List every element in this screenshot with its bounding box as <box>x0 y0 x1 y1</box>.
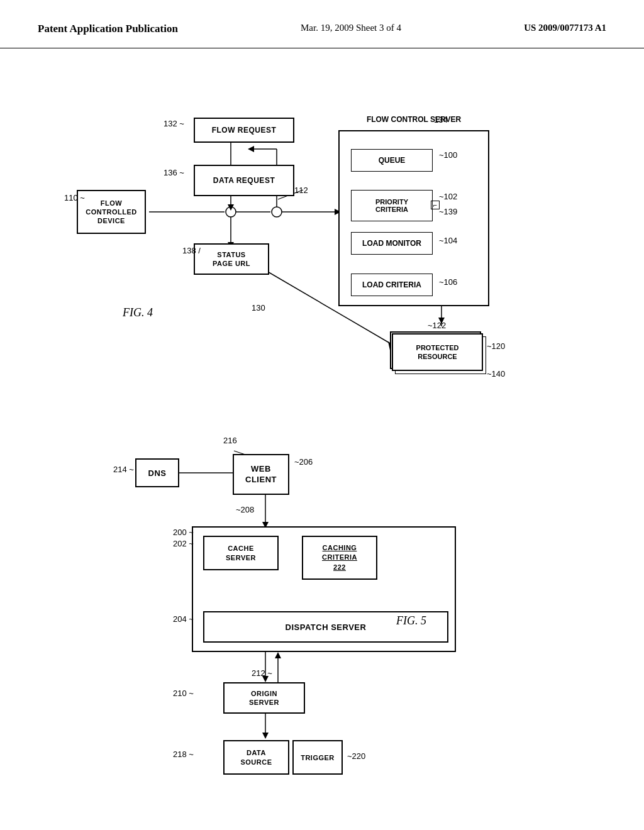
svg-marker-34 <box>262 733 269 739</box>
caching-criteria-box: CACHING CRITERIA 222 <box>302 536 377 580</box>
label-122: ~122 <box>428 321 446 330</box>
label-132: 132 ~ <box>164 119 184 128</box>
label-120: ~120 <box>487 341 505 351</box>
label-134: 134 <box>434 115 448 124</box>
flow-controlled-device-box: FLOW CONTROLLED DEVICE <box>77 190 146 234</box>
status-page-url-box: STATUS PAGE URL <box>194 243 269 275</box>
load-monitor-box: LOAD MONITOR <box>351 232 433 255</box>
trigger-box: TRIGGER <box>292 740 343 775</box>
label5-206: ~206 <box>294 457 313 467</box>
svg-marker-14 <box>248 146 254 152</box>
label-136: 136 ~ <box>164 168 184 177</box>
criteria-indicator: ⌐ <box>431 201 440 209</box>
svg-point-3 <box>272 207 282 217</box>
svg-marker-36 <box>275 652 281 658</box>
label5-214: 214 ~ <box>113 465 134 474</box>
header-patent-number: US 2009/0077173 A1 <box>524 23 606 33</box>
header-publication-title: Patent Application Publication <box>38 23 178 35</box>
svg-marker-9 <box>228 204 234 211</box>
label-110: 110 ~ <box>64 193 85 202</box>
label-112: 112 <box>294 185 308 195</box>
flow-request-box: FLOW REQUEST <box>194 118 294 143</box>
page-header: Patent Application Publication Mar. 19, … <box>0 0 644 48</box>
origin-server-box: ORIGIN SERVER <box>223 682 305 714</box>
priority-criteria-box: PRIORITY CRITERIA <box>351 190 433 221</box>
header-date-sheet: Mar. 19, 2009 Sheet 3 of 4 <box>301 23 401 33</box>
dns-box: DNS <box>135 458 179 487</box>
protected-resource-box: PROTECTED RESOURCE <box>392 333 483 371</box>
load-criteria-box: LOAD CRITERIA <box>351 274 433 296</box>
label5-208: ~208 <box>236 505 254 514</box>
label5-202: 202 ~ <box>173 539 194 548</box>
svg-point-1 <box>226 207 236 217</box>
label-130: 130 <box>252 303 265 313</box>
label-138: 138 / <box>182 246 201 255</box>
fig4-caption: FIG. 4 <box>123 306 153 319</box>
fig5-diagram: DNS WEB CLIENT CACHE SERVER CACHING CRIT… <box>38 419 606 828</box>
label5-212: 212 ~ <box>252 668 272 678</box>
web-client-box: WEB CLIENT <box>233 454 289 495</box>
label5-210: 210 ~ <box>173 689 194 698</box>
label5-218: 218 ~ <box>173 750 194 759</box>
fig5-caption: FIG. 5 <box>396 614 426 628</box>
label-139: ~139 <box>439 207 457 216</box>
label-140: ~140 <box>487 369 505 379</box>
label5-220: ~220 <box>347 751 365 761</box>
flow-control-server-label: FLOW CONTROL SERVER <box>338 115 489 124</box>
label-104: ~104 <box>439 236 457 245</box>
data-source-box: DATA SOURCE <box>223 740 289 775</box>
label-106: ~106 <box>439 277 457 287</box>
label5-200: 200 ~ <box>173 528 194 537</box>
data-request-box: DATA REQUEST <box>194 165 294 196</box>
main-content: FLOW REQUEST DATA REQUEST FLOW CONTROLLE… <box>0 48 644 830</box>
label-102: ~102 <box>439 192 457 201</box>
label5-204: 204 ~ <box>173 614 194 624</box>
cache-server-box: CACHE SERVER <box>203 536 279 570</box>
fig4-diagram: FLOW REQUEST DATA REQUEST FLOW CONTROLLE… <box>38 67 606 382</box>
queue-box: QUEUE <box>351 149 433 172</box>
label5-216: 216 <box>223 436 237 445</box>
label-100: ~100 <box>439 150 457 160</box>
